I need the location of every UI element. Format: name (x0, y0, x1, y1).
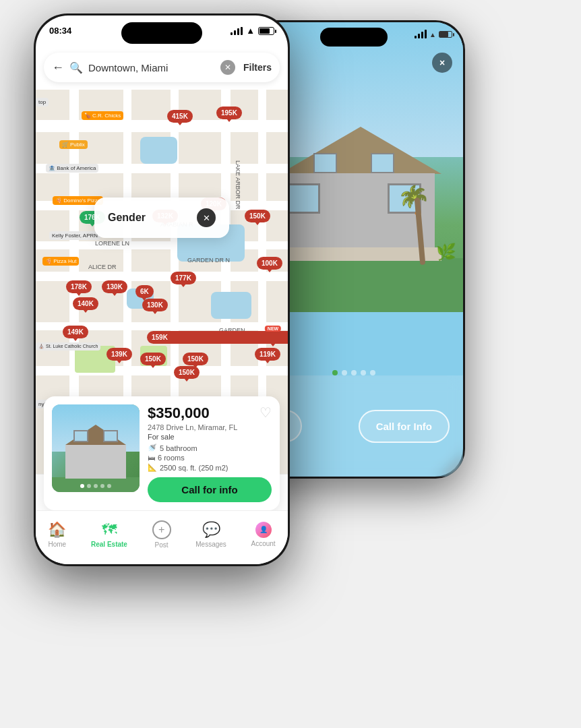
price-pin-150k-low[interactable]: 150K (174, 366, 200, 379)
clear-search-button[interactable]: ✕ (220, 60, 235, 75)
favorite-button[interactable]: ♡ (259, 404, 272, 421)
property-card-info: ♡ $350,000 2478 Drive Ln, Miramar, FL Fo… (148, 404, 272, 502)
window-left (286, 183, 320, 214)
card-image-dots (52, 484, 140, 488)
nav-real-estate[interactable]: 🗺 Real Estate (91, 521, 127, 548)
price-pin-100k[interactable]: 100K (257, 257, 282, 270)
poi-bank: 🏦 Bank of America (46, 164, 98, 173)
property-area: 📐 2500 sq. ft. (250 m2) (148, 463, 272, 472)
search-bar[interactable]: ← 🔍 Downtown, Miami ✕ Filters (44, 53, 280, 82)
price-pin-130k-1[interactable]: 130K (102, 280, 127, 293)
poi-st-luke: ⛪ St. Luke Catholic Church (36, 342, 100, 351)
dormer-window-right (371, 153, 394, 173)
price-pin-195k[interactable]: 195K (216, 107, 242, 119)
price-pin-177k[interactable]: 177K (171, 272, 196, 284)
property-status: For sale (148, 433, 272, 441)
map-road-label-alice: ALICE DR (88, 264, 117, 270)
plus-icon: + (152, 520, 171, 539)
battery-icon (258, 27, 274, 35)
search-icon: 🔍 (69, 61, 83, 74)
nav-messages[interactable]: 💬 Messages (195, 521, 226, 548)
map-road-label-garden-n: GARDEN DR N (187, 257, 230, 264)
property-price: $350,000 (148, 404, 272, 422)
water-2 (140, 137, 177, 164)
area-icon: 📐 (148, 463, 157, 472)
dot-3 (351, 370, 357, 375)
poi-top: top (36, 98, 49, 107)
map-road-label-lake: LAKE ARBOR DR (235, 160, 241, 210)
phone1-status-bar: 08:34 ▲ (49, 26, 274, 36)
price-pin-415k[interactable]: 415K (167, 110, 193, 123)
wifi-icon: ▲ (246, 26, 255, 36)
bush-right: 🌿 (436, 243, 456, 262)
nav-account-label: Account (251, 540, 276, 547)
nav-home-label: Home (48, 541, 66, 548)
map-icon: 🗺 (102, 521, 117, 539)
price-pin-150k-top[interactable]: 150K (245, 210, 270, 222)
price-pin-119k[interactable]: 119K (255, 348, 280, 361)
poi-pizza-hut: 🍕 Pizza Hut (42, 257, 79, 266)
search-input[interactable]: Downtown, Miami (88, 62, 215, 73)
nav-account[interactable]: 👤 Account (251, 522, 276, 547)
dot-5 (370, 370, 375, 375)
phone2-call-button[interactable]: Call for Info (359, 410, 450, 443)
signal-bars-icon (231, 27, 243, 35)
property-card: ♡ $350,000 2478 Drive Ln, Miramar, FL Fo… (44, 396, 280, 510)
bath-icon: 🚿 (148, 444, 157, 452)
poi-cr-chicks: 🍗C.R. Chicks (82, 111, 123, 120)
price-pin-149k[interactable]: 149K (63, 326, 88, 338)
avatar: 👤 (255, 522, 272, 538)
dot-2 (342, 370, 347, 375)
card-dot-3 (94, 484, 98, 488)
poi-kelly: Kelly Foster, APRN (49, 231, 100, 240)
bed-icon: 🛏 (148, 454, 155, 462)
price-pin-140k[interactable]: 140K (73, 297, 98, 310)
price-pin-150k-right[interactable]: 150K (183, 353, 208, 365)
nav-real-estate-label: Real Estate (91, 541, 127, 548)
map-road-label-lorene: LORENE LN (95, 240, 129, 247)
card-dot-4 (100, 484, 104, 488)
nav-post-label: Post (155, 541, 169, 549)
dot-1 (332, 370, 338, 375)
property-rooms: 🛏 6 rooms (148, 454, 272, 462)
price-pin-150k-mid[interactable]: 150K (140, 353, 166, 365)
nav-home[interactable]: 🏠 Home (48, 521, 66, 548)
card-dot-1 (80, 484, 84, 488)
call-for-info-button[interactable]: Call for info (148, 477, 272, 502)
filters-button[interactable]: Filters (243, 62, 272, 73)
property-card-image (52, 404, 140, 492)
price-pin-130k-2[interactable]: 130K (142, 299, 168, 311)
dormer-window-left (313, 153, 337, 173)
bottom-nav: 🏠 Home 🗺 Real Estate + Post 💬 Messages 👤… (36, 510, 288, 564)
roof (280, 127, 441, 174)
dot-4 (361, 370, 366, 375)
gender-modal-title: Gender (108, 212, 146, 224)
gender-modal-close[interactable]: ✕ (197, 208, 216, 227)
wifi-icon: ▲ (429, 31, 436, 38)
property-address: 2478 Drive Ln, Miramar, FL (148, 423, 272, 431)
water-3 (211, 292, 251, 319)
property-bathrooms: 🚿 5 bathroom (148, 444, 272, 452)
price-pin-178k[interactable]: 178K (66, 280, 92, 293)
gender-modal: Gender ✕ (94, 198, 229, 238)
card-window-r (103, 430, 118, 442)
card-house (65, 425, 126, 479)
battery-icon (439, 31, 452, 38)
poi-publix: 🛒Publix (59, 140, 88, 149)
back-button[interactable]: ← (52, 61, 64, 75)
home-icon: 🏠 (48, 521, 66, 539)
nav-messages-label: Messages (195, 541, 226, 548)
price-pin-139k[interactable]: 139K (106, 348, 132, 361)
messages-icon: 💬 (202, 521, 220, 539)
porch (266, 247, 441, 261)
phone1: 08:34 ▲ ← 🔍 Downtown, Miami ✕ Filters (34, 13, 290, 566)
nav-post[interactable]: + Post (152, 520, 171, 549)
signal-icon (415, 30, 427, 38)
card-dot-5 (107, 484, 111, 488)
clock: 08:34 (49, 26, 71, 36)
card-dot-2 (87, 484, 91, 488)
card-walls (65, 445, 126, 479)
price-pin-159k[interactable]: NEW159K (147, 331, 288, 344)
price-pin-6k[interactable]: 6K (135, 285, 154, 298)
close-button[interactable]: × (432, 53, 452, 73)
